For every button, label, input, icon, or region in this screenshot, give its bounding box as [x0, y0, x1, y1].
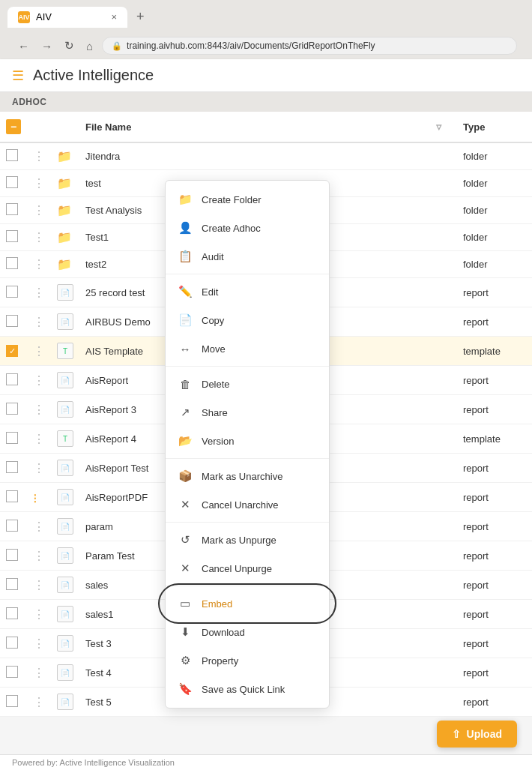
report-icon: 📄: [57, 635, 73, 652]
menu-divider: [166, 586, 329, 586]
row-drag-handle[interactable]: ⋮: [27, 629, 51, 658]
menu-item-mark-unpurge[interactable]: ↺Mark as Unpurge: [166, 526, 329, 554]
row-checkbox[interactable]: [0, 278, 27, 307]
row-drag-handle[interactable]: ⋮: [27, 366, 51, 395]
row-filter-cell: [430, 278, 457, 307]
row-drag-handle[interactable]: ⋮: [27, 278, 51, 307]
row-checkbox[interactable]: [0, 454, 27, 483]
upload-button[interactable]: ⇧ Upload: [437, 721, 517, 748]
folder-icon: 📁: [57, 204, 72, 217]
report-icon: 📄: [57, 372, 73, 388]
row-type-label: template: [457, 337, 532, 366]
row-checkbox[interactable]: [0, 688, 27, 717]
row-checkbox[interactable]: [0, 512, 27, 541]
row-drag-handle[interactable]: ⋮: [27, 658, 51, 688]
row-checkbox[interactable]: [0, 197, 27, 224]
row-checkbox[interactable]: [0, 541, 27, 571]
browser-chrome: AIV AIV × + ← → ↻ ⌂ 🔒 training.aivhub.co…: [0, 0, 532, 59]
hamburger-icon[interactable]: ☰: [12, 67, 24, 84]
row-drag-handle[interactable]: ⋮: [27, 571, 51, 600]
menu-item-cancel-unpurge[interactable]: ✕Cancel Unpurge: [166, 554, 329, 583]
row-checkbox[interactable]: [0, 366, 27, 395]
new-tab-button[interactable]: +: [130, 6, 151, 28]
select-all-header[interactable]: −: [0, 112, 27, 142]
row-type-label: report: [457, 366, 532, 395]
reload-button[interactable]: ↻: [61, 37, 77, 54]
row-filter-cell: [430, 224, 457, 251]
row-type-label: report: [457, 600, 532, 629]
row-drag-handle[interactable]: ⁝: [27, 483, 51, 512]
row-drag-handle[interactable]: ⋮: [27, 251, 51, 278]
drag-dots-icon: ⋮: [33, 345, 45, 358]
tab-label: AIV: [36, 11, 52, 22]
row-type-icon: 📁: [51, 251, 79, 278]
row-drag-handle[interactable]: ⋮: [27, 224, 51, 251]
pencil-icon: ✏️: [178, 284, 193, 299]
menu-item-share[interactable]: ↗Share: [166, 398, 329, 427]
menu-item-audit[interactable]: 📋Audit: [166, 242, 329, 271]
menu-item-label-cancel-unpurge: Cancel Unpurge: [202, 563, 272, 574]
row-filter-cell: [430, 512, 457, 541]
menu-item-label-share: Share: [202, 407, 228, 418]
menu-item-create-folder[interactable]: 📁Create Folder: [166, 185, 329, 214]
row-drag-handle[interactable]: ⋮: [27, 170, 51, 197]
row-checkbox[interactable]: [0, 251, 27, 278]
row-checkbox[interactable]: [0, 658, 27, 688]
row-checkbox[interactable]: [0, 600, 27, 629]
row-drag-handle[interactable]: ⋮: [27, 197, 51, 224]
row-type-label: template: [457, 424, 532, 454]
menu-item-label-delete: Delete: [202, 379, 230, 390]
row-checkbox[interactable]: [0, 571, 27, 600]
menu-item-delete[interactable]: 🗑Delete: [166, 370, 329, 398]
menu-item-label-property: Property: [202, 655, 238, 667]
menu-item-edit[interactable]: ✏️Edit: [166, 277, 329, 306]
row-checkbox[interactable]: [0, 224, 27, 251]
address-bar[interactable]: 🔒 training.aivhub.com:8443/aiv/Documents…: [102, 37, 517, 55]
back-button[interactable]: ←: [15, 38, 32, 54]
filter-header[interactable]: ▿: [430, 112, 457, 142]
menu-item-property[interactable]: ⚙Property: [166, 646, 329, 675]
row-checkbox[interactable]: [0, 307, 27, 337]
row-checkbox[interactable]: [0, 629, 27, 658]
menu-item-move[interactable]: ↔Move: [166, 334, 329, 363]
row-checkbox[interactable]: ✓: [0, 337, 27, 366]
browser-tab[interactable]: AIV AIV ×: [7, 7, 127, 28]
row-drag-handle[interactable]: ⋮: [27, 688, 51, 717]
row-drag-handle[interactable]: ⋮: [27, 454, 51, 483]
row-drag-handle[interactable]: ⋮: [27, 337, 51, 366]
menu-item-version[interactable]: 📂Version: [166, 427, 329, 455]
checkbox-unchecked: [6, 490, 18, 502]
report-icon: 📄: [57, 401, 73, 418]
checkbox-unchecked: [6, 637, 18, 649]
menu-item-download[interactable]: ⬇Download: [166, 618, 329, 646]
row-drag-handle[interactable]: ⋮: [27, 600, 51, 629]
menu-item-embed[interactable]: ▭Embed: [166, 589, 329, 618]
menu-item-copy[interactable]: 📄Copy: [166, 306, 329, 334]
menu-item-create-adhoc[interactable]: 👤Create Adhoc: [166, 214, 329, 242]
checkbox-unchecked: [6, 549, 18, 561]
row-drag-handle[interactable]: ⋮: [27, 541, 51, 571]
row-type-icon: 📄: [51, 278, 79, 307]
row-drag-handle[interactable]: ⋮: [27, 307, 51, 337]
row-checkbox[interactable]: [0, 395, 27, 424]
menu-item-save-quick-link[interactable]: 🔖Save as Quick Link: [166, 675, 329, 703]
row-drag-handle[interactable]: ⋮: [27, 424, 51, 454]
home-button[interactable]: ⌂: [83, 38, 96, 54]
row-checkbox[interactable]: [0, 170, 27, 197]
row-drag-handle[interactable]: ⋮: [27, 395, 51, 424]
row-checkbox[interactable]: [0, 424, 27, 454]
menu-item-cancel-unarchive[interactable]: ✕Cancel Unarchive: [166, 490, 329, 519]
row-type-icon: T: [51, 424, 79, 454]
row-filter-cell: [430, 366, 457, 395]
menu-item-mark-unarchive[interactable]: 📦Mark as Unarchive: [166, 462, 329, 490]
row-filter-cell: [430, 337, 457, 366]
row-checkbox[interactable]: [0, 142, 27, 170]
forward-button[interactable]: →: [38, 38, 55, 54]
tab-close-button[interactable]: ×: [111, 11, 117, 22]
row-drag-handle[interactable]: ⋮: [27, 512, 51, 541]
row-filename[interactable]: Jitendra: [79, 142, 430, 170]
drag-dots-icon: ⋮: [33, 667, 45, 679]
row-checkbox[interactable]: [0, 483, 27, 512]
table-row[interactable]: ⋮📁Jitendrafolder: [0, 142, 532, 170]
row-drag-handle[interactable]: ⋮: [27, 142, 51, 170]
